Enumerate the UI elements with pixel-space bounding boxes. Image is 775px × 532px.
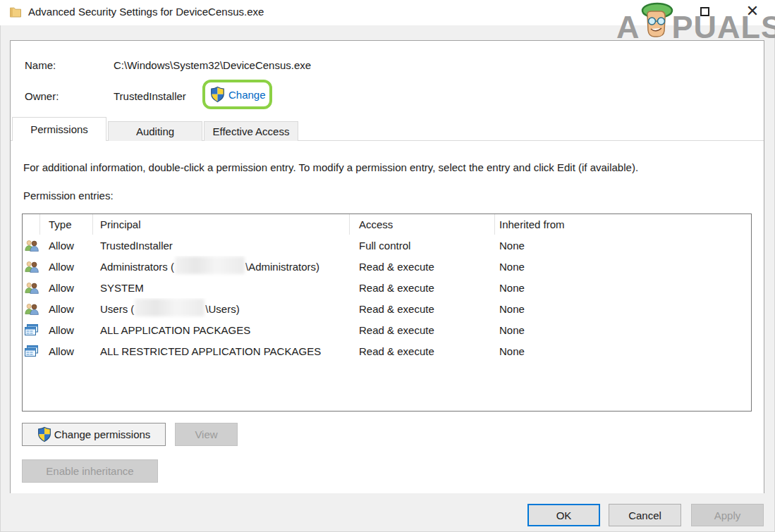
change-permissions-label: Change permissions — [54, 428, 151, 440]
cell-inherited-from: None — [495, 256, 751, 277]
permission-row[interactable]: Allow TrustedInstaller Full control None — [23, 235, 751, 256]
users-icon — [23, 277, 40, 298]
tab-auditing-label: Auditing — [136, 125, 174, 137]
cell-type: Allow — [40, 277, 93, 298]
info-text: For additional information, double-click… — [23, 161, 638, 173]
app-packages-icon — [23, 319, 40, 340]
cell-principal: SYSTEM — [93, 277, 350, 298]
cell-access: Read & execute — [350, 277, 495, 298]
cell-access: Read & execute — [350, 340, 495, 361]
table-header: Type Principal Access Inherited from — [23, 214, 751, 235]
view-button-label: View — [195, 428, 217, 440]
tab-permissions-label: Permissions — [30, 123, 88, 135]
name-value: C:\Windows\System32\DeviceCensus.exe — [114, 59, 311, 71]
close-icon: ✕ — [746, 2, 759, 20]
cell-inherited-from: None — [495, 298, 751, 319]
cell-access: Read & execute — [350, 256, 495, 277]
maximize-icon — [700, 7, 709, 16]
permission-table-body: Allow TrustedInstaller Full control None… — [23, 235, 751, 361]
owner-label: Owner: — [25, 90, 59, 102]
close-button[interactable]: ✕ — [742, 1, 763, 22]
ok-button[interactable]: OK — [527, 504, 600, 526]
tab-effective-access[interactable]: Effective Access — [204, 121, 298, 141]
permission-entries-table[interactable]: Type Principal Access Inherited from All… — [22, 214, 752, 412]
cell-type: Allow — [40, 256, 93, 277]
cell-access: Read & execute — [350, 298, 495, 319]
permission-row[interactable]: Allow SYSTEM Read & execute None — [23, 277, 751, 298]
change-owner-link[interactable]: Change — [228, 89, 266, 101]
app-packages-icon — [23, 340, 40, 361]
column-header-inherited-from[interactable]: Inherited from — [495, 214, 751, 235]
permission-entries-label: Permission entries: — [23, 190, 114, 202]
permissions-tab-page: For additional information, double-click… — [11, 140, 764, 493]
apply-button-label: Apply — [714, 509, 741, 521]
appuals-mascot-icon — [639, 1, 674, 41]
cell-type: Allow — [40, 319, 93, 340]
cell-principal: TrustedInstaller — [93, 235, 350, 256]
change-permissions-button[interactable]: Change permissions — [22, 423, 166, 446]
dialog-content: Name: C:\Windows\System32\DeviceCensus.e… — [10, 40, 764, 493]
cell-principal: Administrators (\Administrators) — [93, 256, 350, 277]
view-button[interactable]: View — [175, 423, 238, 446]
uac-shield-icon — [210, 86, 225, 103]
cell-principal: Users (\Users) — [93, 298, 350, 319]
permission-row[interactable]: Allow ALL APPLICATION PACKAGES Read & ex… — [23, 319, 751, 340]
owner-value: TrustedInstaller — [114, 90, 186, 102]
permission-row[interactable]: Allow ALL RESTRICTED APPLICATION PACKAGE… — [23, 340, 751, 361]
cell-principal: ALL APPLICATION PACKAGES — [93, 319, 350, 340]
users-icon — [23, 298, 40, 319]
cell-type: Allow — [40, 340, 93, 361]
ok-button-label: OK — [556, 509, 572, 521]
enable-inheritance-button[interactable]: Enable inheritance — [22, 459, 158, 483]
redacted-text — [135, 299, 205, 316]
column-header-access[interactable]: Access — [350, 214, 495, 235]
redacted-text — [175, 256, 245, 274]
watermark-letter-a: A — [616, 11, 640, 43]
cell-type: Allow — [40, 235, 93, 256]
tab-auditing[interactable]: Auditing — [108, 121, 202, 141]
column-header-icon[interactable] — [23, 214, 40, 235]
permission-row[interactable]: Allow Users (\Users) Read & execute None — [23, 298, 751, 319]
cell-access: Read & execute — [350, 319, 495, 340]
cancel-button-label: Cancel — [628, 509, 661, 521]
users-icon — [23, 235, 40, 256]
apply-button[interactable]: Apply — [691, 504, 764, 526]
maximize-button[interactable] — [694, 2, 715, 21]
name-label: Name: — [25, 59, 56, 71]
cell-inherited-from: None — [495, 340, 751, 361]
cell-inherited-from: None — [495, 319, 751, 340]
tab-permissions[interactable]: Permissions — [12, 117, 106, 141]
permission-row[interactable]: Allow Administrators (\Administrators) R… — [23, 256, 751, 277]
cancel-button[interactable]: Cancel — [609, 504, 681, 526]
cell-inherited-from: None — [495, 277, 751, 298]
cell-inherited-from: None — [495, 235, 751, 256]
column-header-principal[interactable]: Principal — [93, 214, 350, 235]
cell-type: Allow — [40, 298, 93, 319]
cell-access: Full control — [350, 235, 495, 256]
tab-effective-access-label: Effective Access — [213, 125, 290, 137]
cell-principal: ALL RESTRICTED APPLICATION PACKAGES — [93, 340, 350, 361]
window-title: Advanced Security Settings for DeviceCen… — [28, 6, 264, 18]
enable-inheritance-label: Enable inheritance — [46, 465, 133, 477]
users-icon — [23, 256, 40, 277]
column-header-type[interactable]: Type — [40, 214, 93, 235]
uac-shield-icon — [37, 426, 51, 443]
change-owner-highlight-annotation: Change — [202, 80, 272, 109]
tab-strip: Permissions Auditing Effective Access — [12, 117, 300, 141]
folder-icon — [9, 6, 22, 18]
